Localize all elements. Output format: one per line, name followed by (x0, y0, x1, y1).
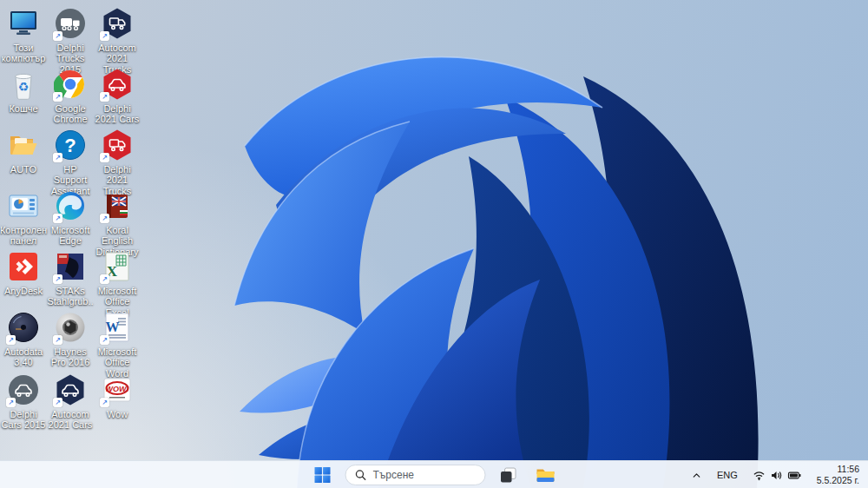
edge-icon: ↗ (54, 189, 87, 222)
desktop-icon-word[interactable]: W↗Microsoft Office Word (94, 311, 141, 379)
desktop-icon-autodata-disc[interactable]: ↗Autodata 3.40 (0, 311, 47, 368)
desktop-icon-haynes-pro[interactable]: ↗Haynes Pro 2016 (47, 311, 94, 368)
anydesk-icon (7, 250, 40, 283)
desktop-icon-label: Delphi 2021 Cars (94, 103, 141, 125)
search-input[interactable] (373, 469, 473, 481)
desktop-icon-label: Wow (107, 409, 128, 419)
clock-date: 5.5.2025 г. (817, 475, 859, 486)
shortcut-arrow-icon: ↗ (100, 31, 109, 41)
word-icon: W↗ (101, 311, 134, 344)
shortcut-arrow-icon: ↗ (100, 214, 109, 223)
language-indicator[interactable]: ENG (713, 467, 741, 483)
control-panel-icon (7, 189, 40, 222)
desktop-icon-label: Контролен панел (0, 225, 47, 247)
desktop-icon-label: Autocom 2021 Cars (47, 409, 94, 431)
desktop-icon-hp-support[interactable]: ?↗HP Support Assistant (47, 129, 94, 196)
delphi-trucks-hex-icon: ↗ (101, 129, 134, 162)
desktop-icon-label: Autodata 3.40 (0, 346, 47, 368)
clock-time: 11:56 (838, 464, 860, 475)
desktop-icon-autocom-cars-hex[interactable]: ↗Autocom 2021 Cars (47, 373, 94, 431)
battery-icon (787, 469, 802, 482)
desktop-icon-edge[interactable]: ↗Microsoft Edge (47, 189, 94, 247)
shortcut-arrow-icon: ↗ (53, 31, 62, 41)
desktop-icon-label: Този компютър (0, 43, 47, 64)
task-view-icon (499, 465, 518, 485)
task-view-button[interactable] (494, 464, 523, 486)
svg-text:?: ? (64, 135, 76, 156)
shortcut-arrow-icon: ↗ (100, 153, 109, 162)
delphi-cars-hex-icon: ↗ (101, 68, 134, 101)
delphi-trucks-circle-icon: ↗ (54, 7, 87, 40)
search-icon (355, 469, 367, 481)
desktop-icon-label: Microsoft Edge (47, 225, 94, 247)
shortcut-arrow-icon: ↗ (53, 335, 62, 345)
language-label: ENG (717, 470, 738, 480)
tray-chevron-button[interactable] (687, 467, 706, 484)
staks-image-icon: ↗ (54, 250, 87, 283)
folder-icon (7, 129, 40, 162)
desktop-icon-autocom-trucks-hex[interactable]: ↗Autocom 2021 Trucks (94, 7, 141, 75)
search-box[interactable] (345, 465, 486, 485)
desktop-icon-delphi-cars-hex[interactable]: ↗Delphi 2021 Cars (94, 68, 141, 125)
desktop-icon-delphi-cars-circle[interactable]: ↗Delphi Cars 2015 (0, 373, 47, 431)
shortcut-arrow-icon: ↗ (100, 92, 109, 102)
desktop-icon-delphi-trucks-hex[interactable]: ↗Delphi 2021 Trucks (94, 129, 141, 196)
taskbar: ENG 11:56 5.5.2025 г. (0, 460, 868, 488)
shortcut-arrow-icon: ↗ (53, 92, 62, 102)
shortcut-arrow-icon: ↗ (53, 274, 62, 284)
chrome-icon: ↗ (54, 68, 87, 101)
recycle-bin-icon: ♻ (7, 68, 40, 101)
windows-logo-icon (314, 466, 332, 484)
desktop-icon-delphi-trucks-circle[interactable]: ↗Delphi Trucks 2015 (47, 7, 94, 75)
desktop: Този компютър♻КошчеAUTOКонтролен панелAn… (0, 0, 868, 488)
svg-text:WOW!: WOW! (106, 385, 129, 393)
svg-text:W: W (106, 320, 120, 334)
desktop-icon-dictionary-book[interactable]: ↗Koral English Dictionary (94, 189, 141, 257)
delphi-cars-circle-icon: ↗ (7, 373, 40, 406)
desktop-icon-folder[interactable]: AUTO (0, 129, 47, 175)
volume-icon (770, 469, 783, 482)
shortcut-arrow-icon: ↗ (53, 398, 62, 407)
file-explorer-icon (536, 465, 556, 485)
wow-logo-icon: WOW!↗ (101, 373, 134, 406)
tray-status-icons[interactable] (749, 466, 806, 485)
desktop-icon-label: Delphi Cars 2015 (0, 409, 47, 431)
desktop-icon-excel[interactable]: X↗Microsoft Office Excel (94, 250, 141, 318)
desktop-icon-label: Кошче (9, 103, 37, 114)
desktop-icon-chrome[interactable]: ↗Google Chrome (47, 68, 94, 125)
taskbar-center-group (308, 461, 561, 488)
shortcut-arrow-icon: ↗ (53, 153, 62, 162)
desktop-icon-wow-logo[interactable]: WOW!↗Wow (94, 373, 141, 419)
desktop-icon-this-pc[interactable]: Този компютър (0, 7, 47, 64)
desktop-icon-label: Haynes Pro 2016 (47, 346, 94, 368)
haynes-pro-icon: ↗ (54, 311, 87, 344)
desktop-icon-recycle-bin[interactable]: ♻Кошче (0, 68, 47, 114)
start-button[interactable] (308, 464, 338, 486)
autocom-trucks-hex-icon: ↗ (101, 7, 134, 40)
file-explorer-button[interactable] (531, 464, 561, 486)
dictionary-book-icon: ↗ (101, 189, 134, 222)
shortcut-arrow-icon: ↗ (100, 274, 109, 284)
desktop-icon-anydesk[interactable]: AnyDesk (0, 250, 47, 296)
autocom-cars-hex-icon: ↗ (54, 373, 87, 406)
shortcut-arrow-icon: ↗ (6, 398, 16, 407)
shortcut-arrow-icon: ↗ (100, 398, 109, 407)
clock[interactable]: 11:56 5.5.2025 г. (813, 462, 863, 488)
desktop-icon-label: Google Chrome (47, 103, 94, 125)
autodata-disc-icon: ↗ (7, 311, 40, 344)
shortcut-arrow-icon: ↗ (100, 335, 109, 345)
chevron-up-icon (691, 470, 702, 481)
desktop-icon-control-panel[interactable]: Контролен панел (0, 189, 47, 247)
this-pc-icon (7, 7, 40, 40)
desktop-icon-label: AnyDesk (4, 286, 43, 296)
desktop-icon-staks-image[interactable]: ↗STAKs Stahlgrub... (47, 250, 94, 318)
desktop-icon-label: AUTO (10, 164, 36, 175)
excel-icon: X↗ (101, 250, 134, 283)
system-tray: ENG 11:56 5.5.2025 г. (687, 461, 863, 488)
wifi-icon (753, 469, 766, 482)
hp-support-icon: ?↗ (54, 129, 87, 162)
shortcut-arrow-icon: ↗ (53, 214, 62, 223)
svg-text:♻: ♻ (18, 80, 30, 94)
shortcut-arrow-icon: ↗ (6, 335, 16, 345)
